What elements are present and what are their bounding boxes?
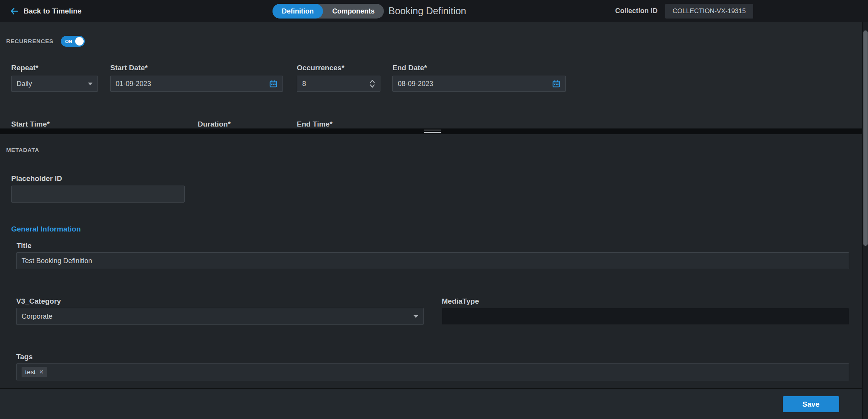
panel-splitter[interactable] <box>0 128 868 134</box>
back-to-timeline-label: Back to Timeline <box>24 7 82 15</box>
v3-category-label: V3_Category <box>16 297 61 306</box>
collection-id-value: COLLECTION-VX-19315 <box>665 4 753 19</box>
occurrences-label: Occurrences* <box>297 64 345 72</box>
tag-chip-label: test <box>25 369 35 375</box>
repeat-label: Repeat* <box>11 64 39 72</box>
recurrences-toggle-state: ON <box>65 39 72 44</box>
repeat-select[interactable]: Daily <box>11 76 98 92</box>
footer-bar: Save <box>0 388 868 419</box>
start-date-input[interactable] <box>110 76 283 92</box>
recurrences-panel: RECURRENCES ON Repeat* Start Date* Occur… <box>0 22 868 128</box>
general-information-heading[interactable]: General Information <box>11 225 81 233</box>
end-date-input[interactable] <box>392 76 566 92</box>
occurrences-input[interactable] <box>297 76 380 92</box>
tag-chip: test ✕ <box>22 367 47 377</box>
scrollbar-thumb[interactable] <box>863 30 868 246</box>
recurrences-toggle[interactable]: ON <box>61 36 85 47</box>
placeholder-id-input[interactable] <box>11 186 185 203</box>
collection-id-group: Collection ID COLLECTION-VX-19315 <box>615 0 753 22</box>
tab-definition[interactable]: Definition <box>273 4 323 19</box>
page-title: Booking Definition <box>389 0 466 22</box>
toggle-knob <box>75 37 84 46</box>
tab-components[interactable]: Components <box>323 4 384 19</box>
view-toggle: Definition Components <box>273 4 384 19</box>
back-arrow-icon <box>10 7 19 15</box>
media-type-field[interactable] <box>447 313 844 321</box>
placeholder-id-field[interactable] <box>17 190 179 198</box>
placeholder-id-label: Placeholder ID <box>11 174 62 183</box>
tags-input[interactable]: test ✕ <box>16 363 849 380</box>
media-type-input[interactable] <box>442 308 849 325</box>
v3-category-select[interactable]: Corporate <box>16 308 424 325</box>
metadata-section-label: METADATA <box>6 147 39 153</box>
chevron-down-icon <box>88 83 93 85</box>
collection-id-label: Collection ID <box>615 7 658 15</box>
number-stepper-icon[interactable] <box>370 79 375 89</box>
start-date-label: Start Date* <box>110 64 148 72</box>
title-label: Title <box>17 242 32 250</box>
occurrences-field[interactable] <box>302 80 370 88</box>
vertical-scrollbar[interactable] <box>862 22 868 419</box>
title-field[interactable] <box>22 257 844 265</box>
back-to-timeline-button[interactable]: Back to Timeline <box>10 0 82 22</box>
splitter-grip-icon[interactable] <box>424 130 441 133</box>
booking-definition-screen: Back to Timeline Definition Components B… <box>0 0 868 419</box>
media-type-label: MediaType <box>442 297 479 306</box>
end-time-label: End Time* <box>297 120 333 128</box>
repeat-value: Daily <box>17 80 88 88</box>
tags-label: Tags <box>16 353 33 361</box>
metadata-panel: METADATA Placeholder ID General Informat… <box>0 134 868 388</box>
end-date-field[interactable] <box>398 80 552 88</box>
chevron-down-icon <box>414 315 418 318</box>
start-date-field[interactable] <box>116 80 269 88</box>
tag-remove-icon[interactable]: ✕ <box>39 369 44 375</box>
duration-label: Duration* <box>198 120 231 128</box>
start-time-label: Start Time* <box>11 120 50 128</box>
recurrences-section-label: RECURRENCES <box>6 38 53 44</box>
calendar-icon[interactable] <box>269 79 278 88</box>
end-date-label: End Date* <box>392 64 427 72</box>
top-bar: Back to Timeline Definition Components B… <box>0 0 868 22</box>
v3-category-value: Corporate <box>22 313 414 321</box>
calendar-icon[interactable] <box>552 79 560 88</box>
save-button[interactable]: Save <box>783 396 839 412</box>
title-input[interactable] <box>16 252 849 269</box>
